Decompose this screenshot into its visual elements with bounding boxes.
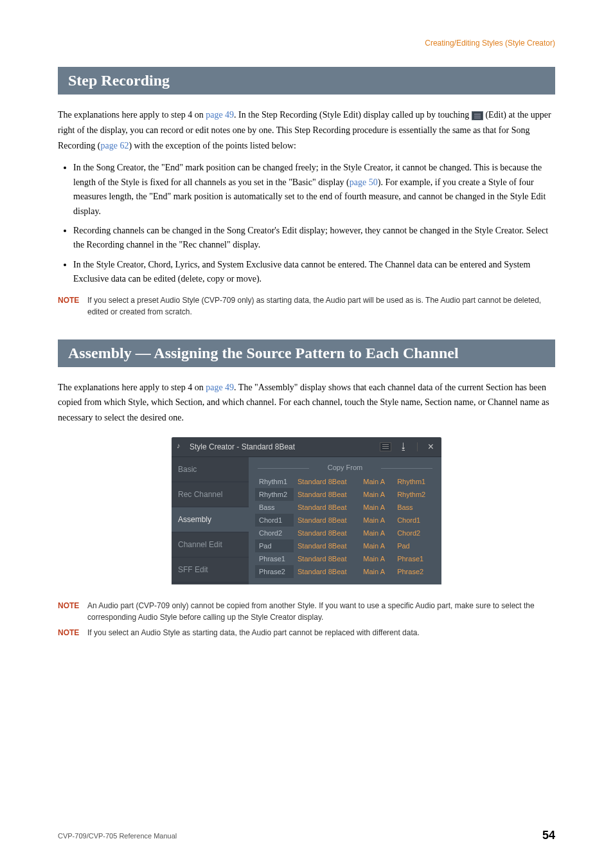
channel-label: Rhythm1	[255, 475, 294, 488]
note-label: NOTE	[58, 627, 87, 638]
note-label: NOTE	[58, 294, 87, 306]
source-channel-cell[interactable]: Bass	[393, 501, 435, 514]
page-link[interactable]: page 50	[350, 177, 378, 187]
source-channel-cell[interactable]: Chord2	[393, 527, 435, 539]
channel-label: Chord2	[255, 527, 294, 539]
section-cell[interactable]: Main A	[359, 501, 393, 514]
close-icon[interactable]: ×	[425, 441, 436, 453]
page-footer: CVP-709/CVP-705 Reference Manual 54	[58, 829, 555, 842]
text: The explanations here apply to step 4 on	[58, 383, 206, 392]
table-row: Pad Standard 8Beat Main A Pad	[255, 539, 435, 552]
page-number: 54	[542, 829, 555, 842]
source-channel-cell[interactable]: Rhythm1	[393, 475, 435, 488]
section-heading-step-recording: Step Recording	[58, 67, 555, 95]
footer-manual-title: CVP-709/CVP-705 Reference Manual	[58, 832, 177, 840]
tab-channel-edit[interactable]: Channel Edit	[172, 532, 249, 557]
text: In the Style Creator, Chord, Lyrics, and…	[73, 260, 530, 284]
edit-list-icon	[472, 111, 483, 120]
table-row: Phrase2 Standard 8Beat Main A Phrase2	[255, 565, 435, 578]
list-item: In the Style Creator, Chord, Lyrics, and…	[73, 258, 555, 287]
tab-basic[interactable]: Basic	[172, 457, 249, 482]
table-row: Rhythm1 Standard 8Beat Main A Rhythm1	[255, 475, 435, 488]
assembly-table: Rhythm1 Standard 8Beat Main A Rhythm1 Rh…	[255, 475, 435, 578]
body-paragraph: The explanations here apply to step 4 on…	[58, 380, 555, 426]
channel-label: Pad	[255, 539, 294, 552]
channel-label: Bass	[255, 501, 294, 514]
section-cell[interactable]: Main A	[359, 514, 393, 527]
style-cell[interactable]: Standard 8Beat	[294, 514, 359, 527]
page-link[interactable]: page 49	[206, 110, 234, 120]
style-cell[interactable]: Standard 8Beat	[294, 565, 359, 578]
save-icon[interactable]: ⭳	[399, 442, 409, 452]
divider	[417, 442, 418, 451]
page-link[interactable]: page 62	[100, 141, 129, 150]
assembly-panel: Copy From Rhythm1 Standard 8Beat Main A …	[249, 457, 441, 584]
table-row: Chord2 Standard 8Beat Main A Chord2	[255, 527, 435, 539]
note-text: An Audio part (CVP-709 only) cannot be c…	[87, 600, 555, 623]
section-cell[interactable]: Main A	[359, 475, 393, 488]
note: NOTE If you select a preset Audio Style …	[58, 294, 555, 318]
source-channel-cell[interactable]: Chord1	[393, 514, 435, 527]
page-link[interactable]: page 49	[206, 383, 234, 392]
text: Recording channels can be changed in the…	[73, 226, 548, 249]
table-row: Bass Standard 8Beat Main A Bass	[255, 501, 435, 514]
table-row: Phrase1 Standard 8Beat Main A Phrase1	[255, 552, 435, 565]
section-cell[interactable]: Main A	[359, 552, 393, 565]
note: NOTE If you select an Audio Style as sta…	[58, 627, 555, 638]
channel-label: Rhythm2	[255, 488, 294, 501]
section-heading-assembly: Assembly — Assigning the Source Pattern …	[58, 339, 555, 367]
tab-assembly[interactable]: Assembly	[172, 507, 249, 532]
window-title: Style Creator - Standard 8Beat	[190, 442, 380, 451]
channel-label: Phrase1	[255, 552, 294, 565]
list-item: In the Song Creator, the "End" mark posi…	[73, 161, 555, 219]
table-row: Rhythm2 Standard 8Beat Main A Rhythm2	[255, 488, 435, 501]
body-paragraph: The explanations here apply to step 4 on…	[58, 107, 555, 153]
edit-list-icon[interactable]	[380, 442, 391, 451]
section-cell[interactable]: Main A	[359, 488, 393, 501]
note-text: If you select a preset Audio Style (CVP-…	[87, 294, 555, 318]
text: The explanations here apply to step 4 on	[58, 110, 206, 120]
list-item: Recording channels can be changed in the…	[73, 224, 555, 253]
channel-label: Phrase2	[255, 565, 294, 578]
copy-from-header: Copy From	[255, 461, 435, 475]
section-cell[interactable]: Main A	[359, 539, 393, 552]
music-note-icon	[177, 443, 186, 451]
sidebar: Basic Rec Channel Assembly Channel Edit …	[172, 457, 249, 584]
source-channel-cell[interactable]: Phrase2	[393, 565, 435, 578]
style-cell[interactable]: Standard 8Beat	[294, 552, 359, 565]
section-cell[interactable]: Main A	[359, 565, 393, 578]
channel-label: Chord1	[255, 514, 294, 527]
style-cell[interactable]: Standard 8Beat	[294, 527, 359, 539]
style-cell[interactable]: Standard 8Beat	[294, 501, 359, 514]
text: ) with the exception of the points liste…	[129, 141, 296, 150]
breadcrumb: Creating/Editing Styles (Style Creator)	[58, 39, 555, 48]
section-cell[interactable]: Main A	[359, 527, 393, 539]
note: NOTE An Audio part (CVP-709 only) cannot…	[58, 600, 555, 623]
source-channel-cell[interactable]: Rhythm2	[393, 488, 435, 501]
bullet-list: In the Song Creator, the "End" mark posi…	[73, 161, 555, 286]
window-titlebar: Style Creator - Standard 8Beat ⭳ ×	[172, 437, 441, 457]
note-text: If you select an Audio Style as starting…	[87, 627, 420, 638]
tab-rec-channel[interactable]: Rec Channel	[172, 482, 249, 507]
source-channel-cell[interactable]: Pad	[393, 539, 435, 552]
text: . In the Step Recording (Style Edit) dis…	[234, 110, 472, 120]
style-cell[interactable]: Standard 8Beat	[294, 488, 359, 501]
note-label: NOTE	[58, 600, 87, 611]
style-cell[interactable]: Standard 8Beat	[294, 475, 359, 488]
source-channel-cell[interactable]: Phrase1	[393, 552, 435, 565]
style-creator-window: Style Creator - Standard 8Beat ⭳ × Basic…	[172, 437, 441, 584]
style-cell[interactable]: Standard 8Beat	[294, 539, 359, 552]
tab-sff-edit[interactable]: SFF Edit	[172, 557, 249, 583]
table-row: Chord1 Standard 8Beat Main A Chord1	[255, 514, 435, 527]
